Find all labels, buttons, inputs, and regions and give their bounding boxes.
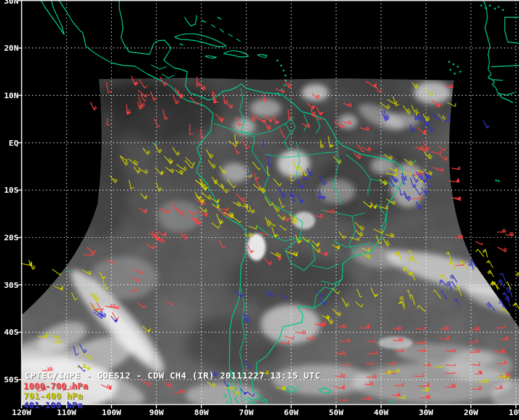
island-dot — [497, 6, 499, 7]
island-dot — [480, 4, 482, 6]
lat-label-10N: 10N — [0, 91, 19, 100]
wind-barb — [483, 120, 489, 128]
lat-label-20N: 20N — [0, 43, 19, 52]
lon-label-110W: 110W — [56, 408, 77, 417]
island-dot — [280, 64, 282, 66]
island-dot — [414, 160, 416, 162]
island-dot — [489, 4, 491, 6]
island-dot — [502, 9, 504, 10]
lat-label-30N: 30N — [0, 0, 19, 6]
lon-label-20W: 20W — [460, 408, 481, 417]
island-dot — [452, 63, 454, 65]
lon-label-90W: 90W — [146, 408, 167, 417]
wind-barb — [505, 296, 510, 307]
lat-label-50S: 50S — [0, 375, 19, 384]
lat-label-10S: 10S — [0, 185, 19, 195]
wind-barb — [476, 249, 484, 256]
island-dot — [457, 65, 458, 67]
island-dot — [284, 74, 286, 76]
wind-barb — [498, 247, 507, 252]
island-dot — [497, 180, 499, 182]
coastline-florida — [185, 15, 196, 26]
island-dot — [484, 7, 486, 9]
legend-item-mid-level: 701-400 hPa — [23, 392, 83, 401]
satellite-weather-map: CPTEC/INPE - GOES12 - CDW CH4 (IR) 20111… — [0, 0, 519, 420]
wind-barb — [91, 102, 97, 110]
lon-label-60W: 60W — [281, 408, 302, 417]
coastline-hispaniola — [224, 51, 248, 57]
wind-barb — [506, 282, 511, 290]
lon-label-50W: 50W — [326, 408, 347, 417]
island-dot — [454, 72, 455, 74]
lon-label-80W: 80W — [191, 408, 212, 417]
lon-label-10W: 10W — [505, 408, 519, 417]
map-canvas — [0, 0, 519, 420]
lat-label-30S: 30S — [0, 280, 19, 290]
lon-label-70W: 70W — [236, 408, 257, 417]
wind-barb — [497, 229, 506, 232]
island-dot — [282, 69, 284, 71]
lon-label-120W: 120W — [11, 408, 32, 417]
wind-barb — [486, 261, 493, 268]
coastline-africa — [483, 0, 519, 103]
legend-item-low-level: 1000-700 hPa — [23, 382, 88, 391]
island-dot — [284, 84, 285, 86]
wind-barb — [475, 242, 483, 245]
lat-label-EQ: EQ — [0, 138, 19, 148]
lon-label-40W: 40W — [371, 408, 392, 417]
island-dot — [459, 70, 461, 72]
satellite-texture-layer — [0, 73, 519, 414]
wind-barb — [516, 272, 519, 280]
island-dot — [448, 61, 450, 62]
map-title: CPTEC/INPE - GOES12 - CDW CH4 (IR) 20111… — [25, 371, 321, 380]
lat-label-40S: 40S — [0, 327, 19, 337]
coastline-puerto-rico — [258, 54, 267, 57]
wind-barb — [53, 269, 61, 275]
lat-label-20S: 20S — [0, 233, 19, 242]
island-dot — [276, 59, 278, 61]
island-dot — [68, 270, 70, 272]
lon-label-30W: 30W — [415, 408, 436, 417]
coastline-baja-california — [41, 0, 64, 35]
island-dot — [494, 7, 496, 9]
coastline-cuba — [175, 34, 226, 47]
island-dot — [495, 179, 497, 181]
wind-barb — [498, 280, 504, 288]
coastline-jamaica — [205, 56, 216, 58]
coastline-bahamas — [202, 17, 240, 41]
wind-barb — [487, 271, 494, 277]
lon-label-100W: 100W — [101, 408, 122, 417]
island-dot — [153, 143, 155, 145]
wind-barb — [505, 232, 513, 236]
island-dot — [277, 92, 279, 94]
wind-barb — [452, 166, 460, 169]
island-dot — [449, 69, 451, 70]
